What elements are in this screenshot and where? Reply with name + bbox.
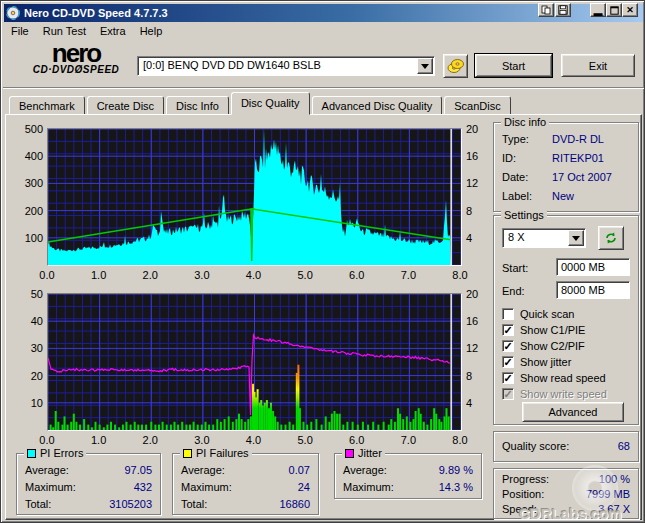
nero-logo: nero CD·DVDØSPEED (15, 42, 137, 75)
x-axis-tick-label: 8.0 (447, 434, 473, 446)
stat-value: 97.05 (124, 464, 152, 476)
stat-label: Maximum: (25, 481, 76, 493)
checkbox-box: ✓ (502, 388, 514, 400)
drive-selector-dropdown-button[interactable] (417, 58, 433, 74)
checkbox-show-c2-pif[interactable]: ✓Show C2/PIF (502, 338, 585, 353)
x-axis-tick-label: 8.0 (447, 269, 473, 281)
advanced-button[interactable]: Advanced (522, 402, 624, 422)
save-button[interactable] (555, 3, 571, 17)
checkbox-label: Show C2/PIF (520, 340, 585, 352)
jitter-swatch (345, 449, 354, 458)
stat-value: 9.89 % (439, 464, 473, 476)
stat-label: Average: (25, 464, 69, 476)
tab-advanced-disc-quality[interactable]: Advanced Disc Quality (312, 96, 443, 115)
jitter-pi-failures-chart (47, 293, 462, 431)
copy-to-clipboard-button[interactable] (538, 3, 554, 17)
y-axis-tick-label: 20 (17, 370, 43, 382)
checkbox-box: ✓ (502, 356, 514, 368)
scan-speed-selector[interactable]: 8 X (502, 228, 586, 248)
tab-disc-quality[interactable]: Disc Quality (231, 92, 310, 115)
y-axis-tick-label: 10 (17, 397, 43, 409)
refresh-icon (604, 231, 618, 245)
pi-errors-chart-canvas (48, 129, 461, 265)
tab-benchmark[interactable]: Benchmark (9, 96, 85, 115)
end-field-label: End: (502, 285, 525, 297)
minimize-button[interactable]: ▬ (590, 3, 606, 17)
x-axis-tick-label: 2.0 (137, 269, 163, 281)
tab-create-disc[interactable]: Create Disc (87, 96, 164, 115)
y-axis-tick-label: 400 (17, 150, 43, 162)
menu-help[interactable]: Help (133, 23, 170, 39)
checkbox-show-read-speed[interactable]: ✓Show read speed (502, 370, 606, 385)
start-field-value: 0000 MB (561, 261, 605, 273)
tab-strip: Benchmark Create Disc Disc Info Disc Qua… (9, 93, 513, 115)
disc-info-title: Disc info (501, 116, 549, 128)
start-button[interactable]: Start (475, 54, 552, 77)
position-label: Position: (502, 488, 544, 500)
checkbox-box: ✓ (502, 372, 514, 384)
checkbox-show-write-speed[interactable]: ✓Show write speed (502, 386, 607, 401)
menu-file[interactable]: File (4, 23, 36, 39)
checkbox-label: Show C1/PIE (520, 324, 585, 336)
disc-info-label: Label: (502, 190, 532, 202)
drive-selector[interactable]: [0:0] BENQ DVD DD DW1640 BSLB (137, 56, 435, 76)
end-field-value: 8000 MB (561, 284, 605, 296)
exit-button[interactable]: Exit (561, 54, 635, 77)
y2-axis-tick-label: 12 (466, 342, 488, 354)
app-icon (6, 6, 20, 20)
pi-failures-swatch (183, 449, 192, 458)
x-axis-tick-label: 0.0 (34, 434, 60, 446)
checkbox-show-c1-pie[interactable]: ✓Show C1/PIE (502, 322, 585, 337)
close-button[interactable]: ✕ (622, 3, 638, 17)
disc-info-label: Type: (502, 133, 529, 145)
scan-speed-dropdown-button[interactable] (568, 230, 584, 246)
start-button-label: Start (502, 60, 525, 72)
jitter-pi-failures-chart-canvas (48, 294, 461, 430)
scan-speed-value: 8 X (508, 231, 525, 243)
disc-info-value: 17 Oct 2007 (552, 171, 612, 183)
x-axis-tick-label: 1.0 (86, 434, 112, 446)
checkbox-box (502, 308, 514, 320)
x-axis-tick-label: 3.0 (189, 269, 215, 281)
y2-axis-tick-label: 8 (466, 370, 488, 382)
end-field[interactable]: 8000 MB (556, 281, 630, 299)
discs-icon (447, 58, 464, 74)
menu-extra[interactable]: Extra (93, 23, 133, 39)
quality-score-box: Quality score:68 (493, 431, 639, 462)
checkbox-quick-scan[interactable]: Quick scan (502, 306, 574, 321)
stat-label: Maximum: (181, 481, 232, 493)
pi-errors-swatch (27, 449, 36, 458)
eject-disc-button[interactable] (443, 54, 468, 78)
refresh-button[interactable] (598, 226, 624, 250)
y2-axis-tick-label: 20 (466, 288, 488, 300)
pi-failures-stats-box: PI Failures Average:0.07 Maximum:24 Tota… (172, 453, 319, 515)
y2-axis-tick-label: 16 (466, 315, 488, 327)
disc-info-value: New (552, 190, 574, 202)
menu-run-test[interactable]: Run Test (36, 23, 93, 39)
checkbox-label: Show write speed (520, 388, 607, 400)
x-axis-tick-label: 3.0 (189, 434, 215, 446)
y2-axis-tick-label: 8 (466, 205, 488, 217)
tab-scandisc[interactable]: ScanDisc (444, 96, 510, 115)
y-axis-tick-label: 300 (17, 177, 43, 189)
checkbox-show-jitter[interactable]: ✓Show jitter (502, 354, 571, 369)
exit-button-label: Exit (589, 60, 607, 72)
tab-disc-info[interactable]: Disc Info (166, 96, 229, 115)
x-axis-tick-label: 5.0 (292, 269, 318, 281)
chevron-down-icon (421, 64, 429, 69)
checkbox-box: ✓ (502, 324, 514, 336)
stat-label: Total: (25, 498, 51, 510)
start-field[interactable]: 0000 MB (556, 258, 630, 276)
x-axis-tick-label: 0.0 (34, 269, 60, 281)
stat-value: 24 (298, 481, 310, 493)
chevron-down-icon (572, 236, 580, 241)
advanced-button-label: Advanced (549, 406, 598, 418)
y2-axis-tick-label: 4 (466, 232, 488, 244)
jitter-stats-title: Jitter (358, 447, 382, 459)
maximize-button[interactable] (606, 3, 622, 17)
y2-axis-tick-label: 20 (466, 123, 488, 135)
disc-info-label: ID: (502, 152, 516, 164)
checkbox-label: Quick scan (520, 308, 574, 320)
stat-value: 0.07 (289, 464, 310, 476)
y-axis-tick-label: 100 (17, 232, 43, 244)
